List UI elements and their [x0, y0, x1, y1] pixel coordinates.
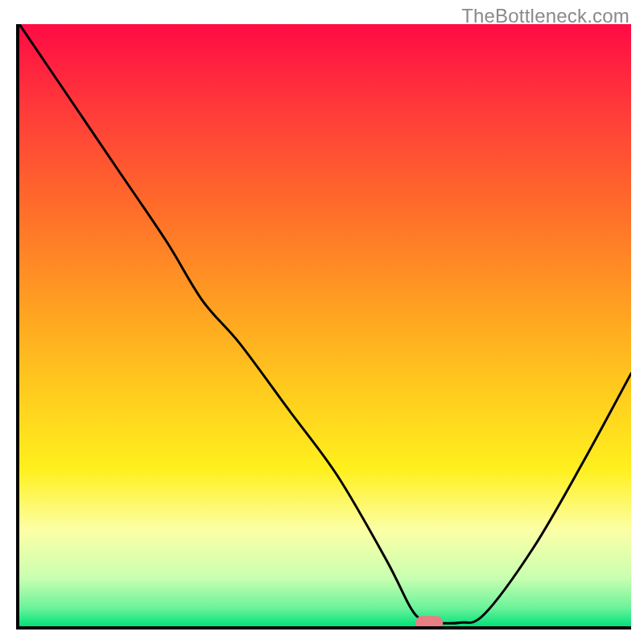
chart-axes — [16, 24, 631, 630]
optimal-point-marker — [415, 616, 443, 626]
chart-background-gradient — [19, 24, 631, 626]
chart-plot — [19, 24, 631, 626]
